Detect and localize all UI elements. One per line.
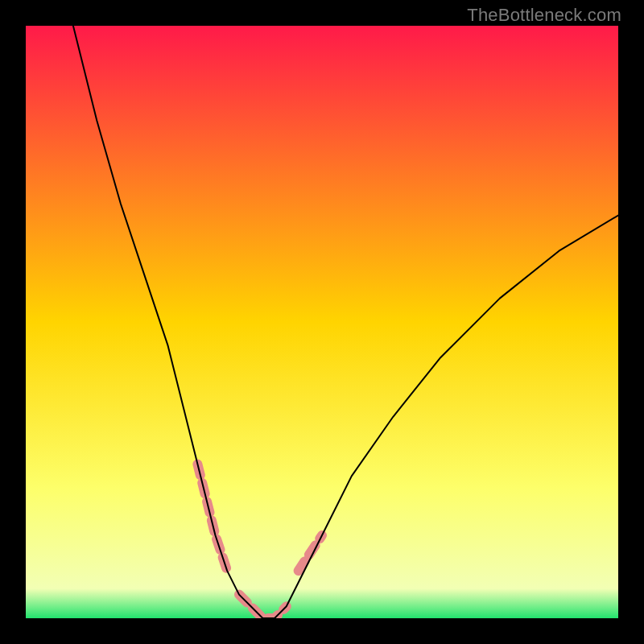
watermark-text: TheBottleneck.com [467, 5, 621, 26]
bottleneck-chart [26, 26, 618, 618]
chart-frame [0, 0, 644, 644]
gradient-background [26, 26, 618, 618]
